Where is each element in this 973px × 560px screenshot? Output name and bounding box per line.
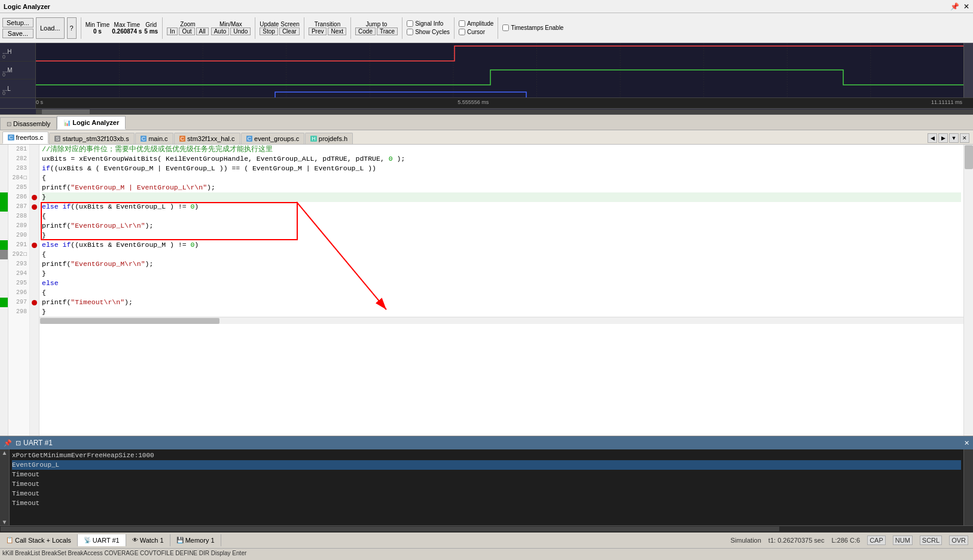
file-tab-projdefs[interactable]: H projdefs.h [305, 133, 353, 144]
code-hscroll-thumb[interactable] [40, 318, 219, 324]
signal-m-zero: 0 [2, 72, 5, 78]
trace-button[interactable]: Trace [377, 27, 398, 35]
auto-button[interactable]: Auto [211, 27, 230, 35]
num-indicator: NUM [893, 535, 913, 545]
ln-283: 283 [8, 164, 27, 173]
code-text-291: else if((uxBits & EventGroup_M ) != 0) [42, 240, 199, 250]
ind-287 [0, 202, 8, 212]
zoom-all-button[interactable]: All [196, 27, 209, 35]
show-cycles-checkbox[interactable] [407, 29, 413, 35]
code-line-283: if((uxBits & ( EventGroup_M | EventGroup… [42, 164, 961, 173]
code-vscroll-thumb[interactable] [965, 145, 973, 169]
signal-l-waveform [36, 92, 963, 97]
load-button[interactable]: Load... [36, 17, 65, 39]
stop-button[interactable]: Stop [260, 27, 278, 35]
uart-icon: ⊡ [16, 439, 21, 447]
prev-button[interactable]: Prev [309, 27, 327, 35]
zoom-out-button[interactable]: Out [179, 27, 194, 35]
undo-button[interactable]: Undo [230, 27, 251, 35]
pin-icon[interactable]: 📌 [950, 2, 959, 11]
uart-hscrollbar[interactable] [0, 525, 973, 531]
signal-h-waveform [36, 46, 963, 61]
uart-vscrollbar[interactable] [963, 449, 973, 525]
waveform-hscrollbar[interactable] [0, 108, 973, 114]
uart-hscroll-thumb[interactable] [1, 527, 779, 531]
bp-290 [30, 231, 39, 240]
code-text-292: { [42, 250, 46, 259]
file-tab-stm32hal[interactable]: C stm32f1xx_hal.c [174, 133, 240, 144]
code-text-293: printf("EventGroup_M\r\n"); [42, 259, 153, 269]
next-button[interactable]: Next [328, 27, 346, 35]
uart-text-output[interactable]: xPortGetMinimumEverFreeHeapSize:1000 Eve… [10, 449, 963, 525]
status-tab-memory[interactable]: 💾 Memory 1 [170, 534, 221, 546]
waveform-canvas[interactable] [36, 43, 963, 97]
signal-m-waveform [36, 70, 963, 85]
status-tab-watch[interactable]: 👁 Watch 1 [126, 534, 170, 546]
cmd-bar: kKill BreakList BreakSet BreakAccess COV… [0, 548, 973, 560]
code-line-284: { [42, 173, 961, 183]
uart-scroll-down-button[interactable]: ▼ [1, 519, 9, 525]
code-editor-section: C freertos.c S startup_stm32f103xb.s C m… [0, 130, 973, 436]
waveform-scrollbar[interactable] [963, 43, 973, 97]
tab-close-button[interactable]: ✕ [960, 133, 969, 143]
code-line-292: { [42, 250, 961, 259]
status-tab-callstack[interactable]: 📋 Call Stack + Locals [0, 534, 78, 546]
file-tab-freertos[interactable]: C freertos.c [2, 131, 48, 144]
code-line-290: } [42, 231, 961, 240]
ovr-indicator: OVR [949, 535, 968, 545]
save-button[interactable]: Save... [2, 29, 33, 38]
close-icon[interactable]: ✕ [963, 2, 969, 11]
tab-left-button[interactable]: ◀ [928, 133, 937, 143]
file-tab-eventgroups[interactable]: C event_groups.c [241, 133, 305, 144]
tab-dropdown-button[interactable]: ▼ [949, 133, 959, 143]
startup-icon: S [54, 136, 60, 142]
tab-right-button[interactable]: ▶ [938, 133, 948, 143]
grid-label: Grid [145, 22, 157, 28]
la-title: Logic Analyzer [4, 3, 50, 10]
startup-tab-label: startup_stm32f103xb.s [62, 135, 129, 142]
code-text-282: uxBits = xEventGroupWaitBits( KeilEventG… [42, 154, 405, 164]
cursor-checkbox[interactable] [459, 29, 465, 35]
code-text-297: printf("Timeout\r\n"); [42, 298, 133, 307]
callstack-icon: 📋 [6, 537, 13, 543]
transition-label: Transition [315, 21, 341, 27]
time-start-label: 0 s [36, 99, 43, 105]
uart-left-scroll: ▲ ▼ [0, 449, 10, 525]
signal-labels-column: ...H 0 ...M 0 ...L 0 [0, 43, 36, 97]
ln-287: 287 [8, 202, 27, 212]
max-time-label: Max Time [114, 22, 140, 28]
amplitude-checkbox[interactable] [459, 20, 465, 27]
uart-pin-icon[interactable]: 📌 [4, 439, 12, 447]
code-vscrollbar[interactable] [963, 145, 973, 436]
cursor-label: Cursor [467, 29, 485, 35]
uart-scroll-up-button[interactable]: ▲ [1, 449, 9, 456]
code-hscrollbar[interactable] [39, 317, 963, 324]
signal-info-checkbox[interactable] [407, 20, 413, 27]
la-titlebar-outer: Logic Analyzer 📌 ✕ [0, 0, 973, 13]
code-text-area[interactable]: //清除对应的事件位；需要中优先级或低优先级任务先完成才能执行这里 uxBits… [39, 145, 963, 436]
timestamps-checkbox[interactable] [502, 25, 509, 31]
setup-button[interactable]: Setup... [2, 18, 33, 27]
clear-button[interactable]: Clear [279, 27, 300, 35]
time-mid-label: 5.555556 ms [457, 99, 489, 105]
ind-293 [0, 259, 8, 269]
code-text-288: { [42, 212, 46, 221]
code-line-282: uxBits = xEventGroupWaitBits( KeilEventG… [42, 154, 961, 164]
tab-disassembly[interactable]: ⊡ Disassembly [0, 117, 57, 130]
bp-287 [30, 202, 39, 212]
code-button[interactable]: Code [355, 27, 376, 35]
uart-close-icon[interactable]: ✕ [964, 439, 969, 447]
help-button[interactable]: ? [67, 17, 77, 39]
file-tab-startup[interactable]: S startup_stm32f103xb.s [49, 133, 134, 144]
ind-282 [0, 154, 8, 164]
min-time-label: Min Time [86, 22, 110, 28]
ind-297 [0, 298, 8, 307]
ln-281: 281 [8, 145, 27, 154]
file-tab-main[interactable]: C main.c [135, 133, 173, 144]
hscroll-thumb[interactable] [42, 109, 90, 114]
zoom-in-button[interactable]: In [167, 27, 178, 35]
ln-297: 297 [8, 298, 27, 307]
tab-logic-analyzer[interactable]: 📊 Logic Analyzer [57, 116, 126, 130]
red-box-section: else if((uxBits & EventGroup_L ) != 0) {… [42, 202, 961, 240]
status-tab-uart[interactable]: 📡 UART #1 [78, 534, 126, 546]
